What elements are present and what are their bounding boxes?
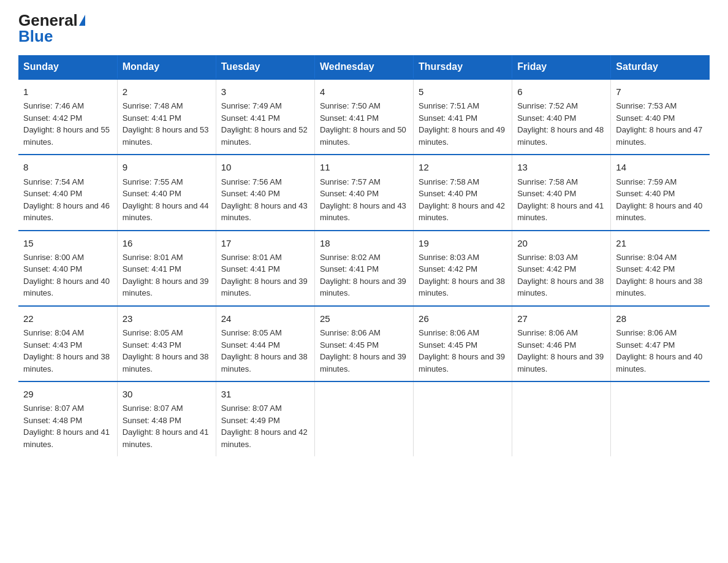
calendar-cell: 25Sunrise: 8:06 AMSunset: 4:45 PMDayligh…: [314, 306, 413, 381]
calendar-cell: 23Sunrise: 8:05 AMSunset: 4:43 PMDayligh…: [117, 306, 216, 381]
calendar-cell: 14Sunrise: 7:59 AMSunset: 4:40 PMDayligh…: [611, 155, 710, 230]
day-number: 17: [221, 236, 309, 250]
logo: General Blue: [18, 12, 85, 44]
day-number: 12: [419, 160, 507, 174]
day-number: 3: [221, 85, 309, 99]
day-number: 11: [320, 160, 408, 174]
day-number: 26: [419, 312, 507, 326]
day-info: Sunrise: 7:55 AMSunset: 4:40 PMDaylight:…: [123, 176, 211, 224]
day-number: 31: [221, 387, 309, 401]
weekday-header-tuesday: Tuesday: [216, 55, 314, 79]
day-number: 15: [23, 236, 112, 250]
day-number: 27: [517, 312, 605, 326]
calendar-cell: 24Sunrise: 8:05 AMSunset: 4:44 PMDayligh…: [216, 306, 314, 381]
calendar-cell: 31Sunrise: 8:07 AMSunset: 4:49 PMDayligh…: [216, 381, 314, 456]
day-info: Sunrise: 8:06 AMSunset: 4:47 PMDaylight:…: [616, 327, 705, 375]
day-number: 8: [23, 160, 112, 174]
logo-general-text: General: [18, 12, 78, 28]
day-number: 2: [123, 85, 211, 99]
calendar-cell: 12Sunrise: 7:58 AMSunset: 4:40 PMDayligh…: [414, 155, 512, 230]
day-info: Sunrise: 8:04 AMSunset: 4:43 PMDaylight:…: [23, 327, 112, 375]
day-info: Sunrise: 7:49 AMSunset: 4:41 PMDaylight:…: [221, 100, 309, 148]
day-number: 30: [123, 387, 211, 401]
day-number: 25: [320, 312, 408, 326]
calendar-cell: 4Sunrise: 7:50 AMSunset: 4:41 PMDaylight…: [314, 79, 413, 155]
day-info: Sunrise: 7:56 AMSunset: 4:40 PMDaylight:…: [221, 176, 309, 224]
day-info: Sunrise: 7:59 AMSunset: 4:40 PMDaylight:…: [616, 176, 705, 224]
calendar-cell: 17Sunrise: 8:01 AMSunset: 4:41 PMDayligh…: [216, 231, 314, 306]
day-number: 14: [616, 160, 705, 174]
weekday-header-row: SundayMondayTuesdayWednesdayThursdayFrid…: [18, 55, 710, 79]
day-info: Sunrise: 8:01 AMSunset: 4:41 PMDaylight:…: [123, 251, 211, 299]
calendar-cell: 18Sunrise: 8:02 AMSunset: 4:41 PMDayligh…: [314, 231, 413, 306]
calendar-cell: 19Sunrise: 8:03 AMSunset: 4:42 PMDayligh…: [414, 231, 512, 306]
weekday-header-thursday: Thursday: [414, 55, 512, 79]
week-row-4: 22Sunrise: 8:04 AMSunset: 4:43 PMDayligh…: [18, 306, 710, 381]
week-row-1: 1Sunrise: 7:46 AMSunset: 4:42 PMDaylight…: [18, 79, 710, 155]
calendar-cell: 21Sunrise: 8:04 AMSunset: 4:42 PMDayligh…: [611, 231, 710, 306]
calendar-cell: 11Sunrise: 7:57 AMSunset: 4:40 PMDayligh…: [314, 155, 413, 230]
day-info: Sunrise: 7:52 AMSunset: 4:40 PMDaylight:…: [517, 100, 605, 148]
day-number: 18: [320, 236, 408, 250]
calendar-cell: 27Sunrise: 8:06 AMSunset: 4:46 PMDayligh…: [512, 306, 611, 381]
day-number: 13: [517, 160, 605, 174]
day-info: Sunrise: 7:48 AMSunset: 4:41 PMDaylight:…: [123, 100, 211, 148]
logo-blue-text: Blue: [18, 28, 53, 44]
day-info: Sunrise: 8:05 AMSunset: 4:44 PMDaylight:…: [221, 327, 309, 375]
day-number: 23: [123, 312, 211, 326]
day-number: 10: [221, 160, 309, 174]
week-row-3: 15Sunrise: 8:00 AMSunset: 4:40 PMDayligh…: [18, 231, 710, 306]
day-info: Sunrise: 7:51 AMSunset: 4:41 PMDaylight:…: [419, 100, 507, 148]
day-number: 20: [517, 236, 605, 250]
day-info: Sunrise: 8:03 AMSunset: 4:42 PMDaylight:…: [517, 251, 605, 299]
day-info: Sunrise: 8:02 AMSunset: 4:41 PMDaylight:…: [320, 251, 408, 299]
day-info: Sunrise: 7:46 AMSunset: 4:42 PMDaylight:…: [23, 100, 112, 148]
weekday-header-friday: Friday: [512, 55, 611, 79]
calendar-cell: [414, 381, 512, 456]
calendar-cell: 7Sunrise: 7:53 AMSunset: 4:40 PMDaylight…: [611, 79, 710, 155]
day-number: 7: [616, 85, 705, 99]
calendar-cell: 5Sunrise: 7:51 AMSunset: 4:41 PMDaylight…: [414, 79, 512, 155]
day-number: 22: [23, 312, 112, 326]
calendar-cell: 28Sunrise: 8:06 AMSunset: 4:47 PMDayligh…: [611, 306, 710, 381]
day-info: Sunrise: 8:04 AMSunset: 4:42 PMDaylight:…: [616, 251, 705, 299]
calendar-cell: 9Sunrise: 7:55 AMSunset: 4:40 PMDaylight…: [117, 155, 216, 230]
day-info: Sunrise: 8:06 AMSunset: 4:46 PMDaylight:…: [517, 327, 605, 375]
day-info: Sunrise: 7:58 AMSunset: 4:40 PMDaylight:…: [419, 176, 507, 224]
day-number: 16: [123, 236, 211, 250]
day-info: Sunrise: 7:54 AMSunset: 4:40 PMDaylight:…: [23, 176, 112, 224]
day-info: Sunrise: 8:03 AMSunset: 4:42 PMDaylight:…: [419, 251, 507, 299]
calendar-cell: 13Sunrise: 7:58 AMSunset: 4:40 PMDayligh…: [512, 155, 611, 230]
weekday-header-wednesday: Wednesday: [314, 55, 413, 79]
day-info: Sunrise: 7:50 AMSunset: 4:41 PMDaylight:…: [320, 100, 408, 148]
calendar-cell: 16Sunrise: 8:01 AMSunset: 4:41 PMDayligh…: [117, 231, 216, 306]
day-number: 29: [23, 387, 112, 401]
day-number: 19: [419, 236, 507, 250]
weekday-header-monday: Monday: [117, 55, 216, 79]
day-number: 4: [320, 85, 408, 99]
day-info: Sunrise: 8:05 AMSunset: 4:43 PMDaylight:…: [123, 327, 211, 375]
day-info: Sunrise: 8:07 AMSunset: 4:48 PMDaylight:…: [23, 402, 112, 450]
calendar-cell: [314, 381, 413, 456]
calendar-cell: 8Sunrise: 7:54 AMSunset: 4:40 PMDaylight…: [18, 155, 117, 230]
calendar-cell: 3Sunrise: 7:49 AMSunset: 4:41 PMDaylight…: [216, 79, 314, 155]
calendar-cell: [512, 381, 611, 456]
logo-triangle-icon: [79, 15, 85, 26]
day-info: Sunrise: 8:07 AMSunset: 4:49 PMDaylight:…: [221, 402, 309, 450]
day-number: 6: [517, 85, 605, 99]
calendar-cell: 20Sunrise: 8:03 AMSunset: 4:42 PMDayligh…: [512, 231, 611, 306]
weekday-header-saturday: Saturday: [611, 55, 710, 79]
page-header: General Blue: [18, 12, 710, 44]
calendar-cell: 2Sunrise: 7:48 AMSunset: 4:41 PMDaylight…: [117, 79, 216, 155]
day-info: Sunrise: 8:06 AMSunset: 4:45 PMDaylight:…: [419, 327, 507, 375]
calendar-cell: [611, 381, 710, 456]
day-number: 1: [23, 85, 112, 99]
day-info: Sunrise: 7:58 AMSunset: 4:40 PMDaylight:…: [517, 176, 605, 224]
calendar-cell: 30Sunrise: 8:07 AMSunset: 4:48 PMDayligh…: [117, 381, 216, 456]
day-info: Sunrise: 7:57 AMSunset: 4:40 PMDaylight:…: [320, 176, 408, 224]
week-row-5: 29Sunrise: 8:07 AMSunset: 4:48 PMDayligh…: [18, 381, 710, 456]
calendar-table: SundayMondayTuesdayWednesdayThursdayFrid…: [18, 55, 710, 456]
day-number: 21: [616, 236, 705, 250]
day-info: Sunrise: 8:07 AMSunset: 4:48 PMDaylight:…: [123, 402, 211, 450]
day-number: 24: [221, 312, 309, 326]
